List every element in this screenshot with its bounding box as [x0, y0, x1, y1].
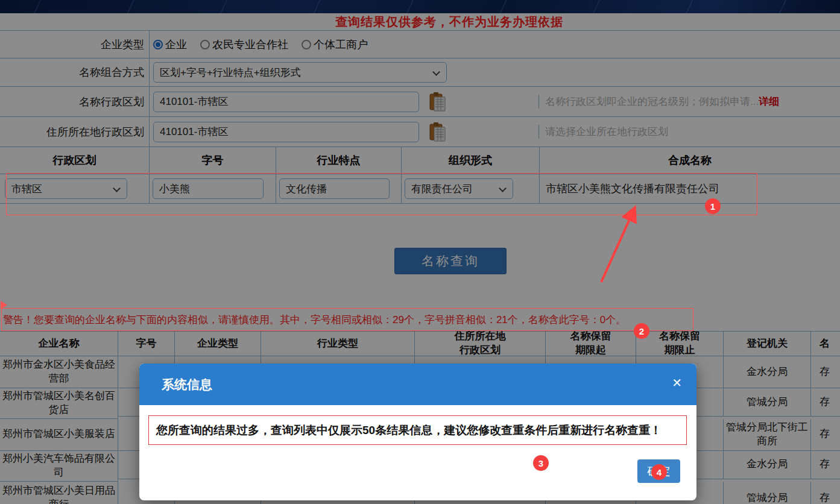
- dialog-title: 系统信息: [139, 376, 212, 393]
- system-info-dialog: 系统信息 ✕ 您所查询的结果过多，查询列表中仅展示50条结果信息，建议您修改查重…: [139, 364, 696, 500]
- close-icon[interactable]: ✕: [672, 377, 682, 389]
- confirm-button[interactable]: 确定: [637, 459, 680, 483]
- dialog-message: 您所查询的结果过多，查询列表中仅展示50条结果信息，建议您修改查重条件后重新进行…: [156, 423, 662, 438]
- dialog-message-box: 您所查询的结果过多，查询列表中仅展示50条结果信息，建议您修改查重条件后重新进行…: [148, 415, 687, 445]
- dialog-header: 系统信息 ✕: [139, 364, 696, 405]
